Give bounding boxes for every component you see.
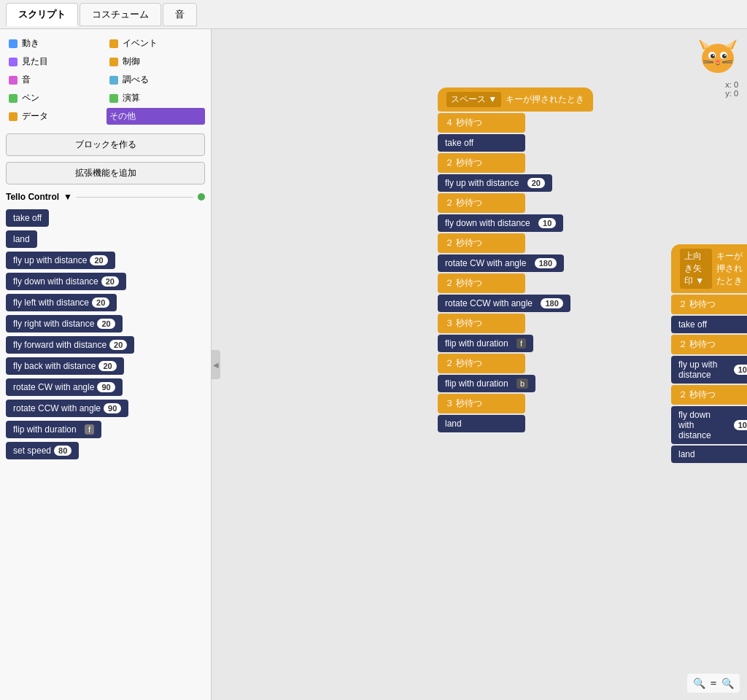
cat-sound-dot	[9, 76, 18, 85]
script-block[interactable]: rotate CCW with angle 180	[438, 295, 570, 312]
script-block[interactable]: ２ 秒待つ	[671, 385, 747, 405]
script-block[interactable]: ３ 秒待つ	[438, 314, 525, 333]
svg-point-11	[716, 60, 720, 63]
script-block[interactable]: rotate CW with angle 180	[438, 254, 564, 272]
block-list: take off land fly up with distance20 fly…	[0, 206, 211, 700]
list-item[interactable]: fly left with distance20	[6, 294, 117, 311]
cat-data-dot	[9, 112, 18, 121]
cat-sensing-dot	[109, 76, 118, 85]
top-bar: スクリプト コスチューム 音	[0, 0, 747, 29]
tab-scripts[interactable]: スクリプト	[6, 3, 78, 26]
section-title: Tello Control	[6, 192, 59, 202]
script-block[interactable]: take off	[671, 316, 747, 333]
script-block[interactable]: fly up with distance 10	[671, 356, 747, 384]
script-block[interactable]: ２ 秒待つ	[438, 233, 525, 253]
zoom-in-button[interactable]: 🔍	[721, 677, 734, 689]
cat-operators[interactable]: 演算	[107, 90, 206, 106]
script-block[interactable]: land	[438, 415, 525, 432]
script-stack-1: スペース ▼ キーが押されたとき ４ 秒待つ take off ２ 秒待つ fl…	[438, 88, 593, 434]
cat-events-dot	[109, 39, 118, 48]
list-item[interactable]: fly down with distance20	[6, 273, 126, 290]
tab-costumes[interactable]: コスチューム	[80, 3, 161, 26]
make-block-button[interactable]: ブロックを作る	[6, 133, 205, 156]
cat-control[interactable]: 制御	[107, 53, 206, 70]
cat-more[interactable]: その他	[107, 108, 206, 125]
dropdown-icon[interactable]: ▼	[63, 192, 72, 202]
list-item[interactable]: fly back with distance20	[6, 357, 124, 375]
add-extension-button[interactable]: 拡張機能を追加	[6, 162, 205, 184]
list-item-flip[interactable]: flip with duration f	[6, 421, 101, 438]
svg-point-10	[724, 55, 726, 56]
script-block[interactable]: land	[671, 446, 747, 463]
script-block[interactable]: ２ 秒待つ	[438, 354, 525, 373]
script-block[interactable]: flip with duration f	[438, 335, 533, 352]
tab-sounds[interactable]: 音	[163, 3, 197, 26]
list-item[interactable]: fly right with distance20	[6, 315, 123, 332]
edge-handle[interactable]: ◀	[212, 350, 220, 379]
script-block[interactable]: flip with duration b	[438, 375, 535, 392]
cat-pen-dot	[9, 94, 18, 103]
cat-sensing[interactable]: 調べる	[107, 71, 206, 88]
section-header: Tello Control ▼	[0, 187, 211, 206]
script-block[interactable]: ２ 秒待つ	[671, 295, 747, 314]
trigger-block-1[interactable]: スペース ▼ キーが押されたとき	[438, 88, 593, 112]
trigger-block-2[interactable]: 上向き矢印 ▼ キーが押されたとき	[671, 244, 747, 293]
list-item[interactable]: fly up with distance20	[6, 252, 115, 269]
zoom-reset-button[interactable]: ＝	[708, 677, 719, 690]
list-item[interactable]: rotate CCW with angle90	[6, 400, 128, 417]
script-block[interactable]: fly up with distance 20	[438, 174, 552, 192]
cat-operators-dot	[109, 94, 118, 103]
cat-sound[interactable]: 音	[6, 71, 105, 88]
script-block[interactable]: ２ 秒待つ	[671, 335, 747, 354]
cat-looks-dot	[9, 58, 18, 66]
main-layout: 動き イベント 見た目 制御 音 調べる	[0, 29, 747, 700]
list-item-speed[interactable]: set speed80	[6, 442, 79, 459]
cat-events[interactable]: イベント	[107, 35, 206, 52]
script-block[interactable]: take off	[438, 134, 525, 152]
cat-looks[interactable]: 見た目	[6, 53, 105, 70]
list-item[interactable]: rotate CW with angle90	[6, 378, 123, 396]
cat-sprite	[696, 36, 740, 77]
cat-data[interactable]: データ	[6, 108, 105, 125]
cat-control-dot	[109, 58, 118, 66]
sidebar: 動き イベント 見た目 制御 音 調べる	[0, 29, 212, 700]
coord-display: x: 0 y: 0	[725, 80, 738, 98]
script-stack-2: 上向き矢印 ▼ キーが押されたとき ２ 秒待つ take off ２ 秒待つ f…	[671, 244, 747, 464]
zoom-controls: 🔍 ＝ 🔍	[687, 674, 740, 693]
section-divider	[77, 197, 193, 198]
cat-motion-dot	[9, 39, 18, 48]
script-block[interactable]: ４ 秒待つ	[438, 113, 525, 133]
svg-point-7	[711, 54, 715, 58]
list-item[interactable]: take off	[6, 209, 49, 227]
list-item[interactable]: land	[6, 230, 37, 248]
script-block[interactable]: ２ 秒待つ	[438, 153, 525, 173]
script-block[interactable]: fly down with distance 10	[438, 214, 563, 232]
svg-point-8	[722, 54, 727, 58]
script-block[interactable]: ２ 秒待つ	[438, 193, 525, 213]
category-grid: 動き イベント 見た目 制御 音 調べる	[0, 29, 211, 131]
script-block[interactable]: fly down with distance 10	[671, 406, 747, 444]
svg-point-9	[713, 55, 714, 56]
connection-dot	[198, 193, 205, 201]
script-block[interactable]: ３ 秒待つ	[438, 394, 525, 413]
script-area: ◀	[212, 29, 747, 700]
zoom-out-button[interactable]: 🔍	[693, 677, 705, 689]
cat-pen[interactable]: ペン	[6, 90, 105, 106]
list-item[interactable]: fly forward with distance20	[6, 336, 134, 354]
script-block[interactable]: ２ 秒待つ	[438, 273, 525, 293]
cat-motion[interactable]: 動き	[6, 35, 105, 52]
